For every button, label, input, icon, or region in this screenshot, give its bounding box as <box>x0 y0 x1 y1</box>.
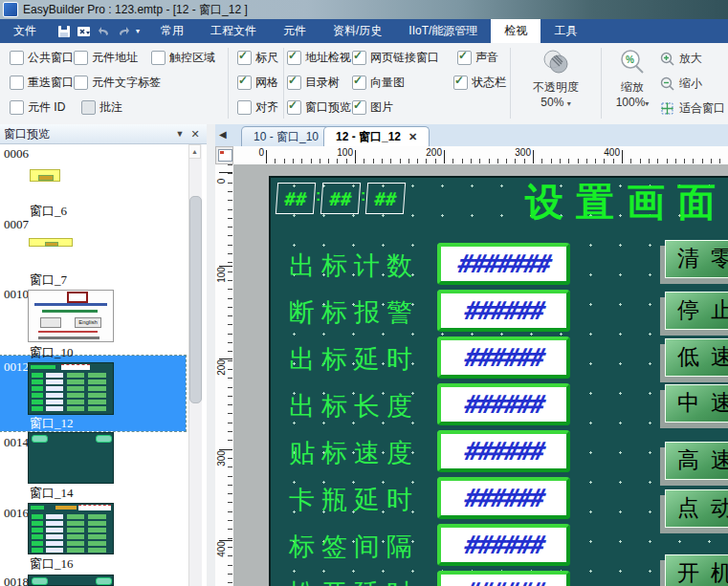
panel-splitter[interactable] <box>207 124 215 586</box>
param-field[interactable]: ###### <box>437 336 570 379</box>
menu-data-history[interactable]: 资料/历史 <box>320 19 395 43</box>
time-hour-box[interactable]: ## <box>276 183 316 214</box>
high-speed-button[interactable]: 高速 <box>665 442 728 480</box>
param-field[interactable]: ###### <box>437 524 570 566</box>
check-object-id[interactable]: 元件 ID <box>10 99 65 115</box>
check-window-preview[interactable]: 窗口预览 <box>287 99 351 115</box>
window-thumbnail[interactable] <box>28 503 114 554</box>
check-directory-tree[interactable]: 目录树 <box>287 75 340 90</box>
param-field[interactable]: ###### <box>437 383 570 425</box>
window-item-id[interactable]: 0006 <box>4 146 29 162</box>
window-item-name[interactable]: 窗口_6 <box>30 203 67 220</box>
save-icon[interactable] <box>57 25 71 38</box>
checkbox[interactable] <box>457 51 472 65</box>
undo-icon[interactable] <box>98 25 111 37</box>
param-field[interactable]: ###### <box>437 290 570 332</box>
window-thumbnail[interactable] <box>28 362 114 415</box>
check-weblink-window[interactable]: 网页链接窗口 <box>352 50 439 65</box>
stop-button[interactable]: 停止 <box>665 292 728 330</box>
window-item-name[interactable]: 窗口_10 <box>30 344 74 361</box>
checkbox[interactable] <box>237 76 252 90</box>
sidebar-scroll-thumb[interactable] <box>189 196 202 403</box>
checkbox[interactable] <box>237 100 252 115</box>
opacity-value[interactable]: 50% ▾ <box>521 96 590 109</box>
hmi-screen[interactable]: ## : ## : ## 设置画面 出标计数 ####### 断标报警 ####… <box>269 176 728 586</box>
checkbox[interactable] <box>151 51 165 65</box>
check-touch-area[interactable]: 触控区域 <box>151 50 215 65</box>
check-status-bar[interactable]: 状态栏 <box>453 75 506 90</box>
window-thumbnail[interactable] <box>28 575 114 586</box>
tab-scroll-left-icon[interactable]: ◀ <box>219 129 227 140</box>
window-item-name[interactable]: 窗口_7 <box>30 271 67 289</box>
tab-window-10[interactable]: 10 - 窗口_10 <box>241 126 331 146</box>
window-item-id[interactable]: 0012 <box>4 359 29 375</box>
panel-menu-icon[interactable]: ▼ <box>172 129 188 139</box>
param-field[interactable]: ###### <box>437 430 570 472</box>
qat-more-icon[interactable]: ▾ <box>136 27 140 35</box>
window-thumbnail[interactable]: English <box>28 290 114 342</box>
checkbox[interactable] <box>74 51 88 65</box>
check-address-view[interactable]: 地址检视 <box>287 50 351 65</box>
checkbox[interactable] <box>237 51 252 65</box>
menu-object[interactable]: 元件 <box>270 19 320 43</box>
menu-project[interactable]: 工程文件 <box>197 19 270 43</box>
mid-speed-button[interactable]: 中速 <box>665 384 728 423</box>
window-thumbnail[interactable] <box>29 238 73 247</box>
compile-download-icon[interactable] <box>77 25 92 38</box>
window-item-name[interactable]: 窗口_16 <box>30 555 74 573</box>
check-object-address[interactable]: 元件地址 <box>74 50 138 65</box>
check-overlap-window[interactable]: 重迭窗口 <box>10 75 74 90</box>
window-item-id[interactable]: 0018 <box>4 575 29 586</box>
checkbox[interactable] <box>10 100 24 115</box>
window-item-id[interactable]: 0014 <box>4 435 29 450</box>
zoom-value[interactable]: 100%▾ <box>608 96 656 109</box>
window-item-id[interactable]: 0010 <box>4 287 29 302</box>
checkbox[interactable] <box>352 76 366 90</box>
check-grid[interactable]: 网格 <box>237 75 278 90</box>
checkbox[interactable] <box>287 100 301 115</box>
redo-icon[interactable] <box>117 25 130 37</box>
zoom-out-button[interactable]: 缩小 <box>660 76 702 92</box>
checkbox[interactable] <box>287 76 301 90</box>
checkbox[interactable] <box>352 100 366 115</box>
check-sound[interactable]: 声音 <box>457 50 498 65</box>
tab-close-icon[interactable]: ✕ <box>408 131 417 143</box>
check-snap[interactable]: 对齐 <box>237 99 278 115</box>
jog-button[interactable]: 点动 <box>665 489 728 528</box>
scroll-up-icon[interactable]: ▲ <box>188 144 201 159</box>
check-object-text-label[interactable]: 元件文字标签 <box>74 75 161 90</box>
checkbox[interactable] <box>74 76 88 90</box>
menu-file[interactable]: 文件 <box>0 19 50 43</box>
checkbox[interactable] <box>81 100 96 115</box>
check-comment[interactable]: 批注 <box>81 99 122 115</box>
window-item-name[interactable]: 窗口_14 <box>30 485 74 502</box>
window-item-id[interactable]: 0016 <box>4 506 29 521</box>
low-speed-button[interactable]: 低速 <box>665 338 728 377</box>
window-thumbnail[interactable] <box>28 432 114 484</box>
checkbox[interactable] <box>10 76 24 90</box>
time-second-box[interactable]: ## <box>365 183 406 214</box>
zoom-control[interactable]: % 缩放 100%▾ <box>608 48 656 109</box>
zoom-in-button[interactable]: 放大 <box>660 51 702 67</box>
menu-iiot-energy[interactable]: IIoT/能源管理 <box>395 19 491 43</box>
check-vector-graphics[interactable]: 向量图 <box>352 75 405 90</box>
menu-home[interactable]: 常用 <box>147 19 197 43</box>
menu-view[interactable]: 检视 <box>491 19 540 43</box>
window-thumbnail[interactable] <box>30 169 60 182</box>
checkbox[interactable] <box>453 76 468 90</box>
checkbox[interactable] <box>287 51 301 65</box>
check-common-window[interactable]: 公共窗口 <box>10 50 74 65</box>
time-minute-box[interactable]: ## <box>320 183 361 214</box>
opacity-control[interactable]: 不透明度 50% ▾ <box>521 48 590 109</box>
param-field[interactable]: ###### <box>437 571 570 586</box>
check-picture[interactable]: 图片 <box>352 99 393 115</box>
menu-tool[interactable]: 工具 <box>540 19 590 43</box>
clear-button[interactable]: 清零 <box>665 240 728 278</box>
check-ruler[interactable]: 标尺 <box>237 50 278 65</box>
window-item-id[interactable]: 0007 <box>4 217 29 232</box>
checkbox[interactable] <box>10 51 24 65</box>
start-button[interactable]: 开机 <box>665 554 728 586</box>
panel-close-icon[interactable]: ✕ <box>188 128 203 141</box>
param-field[interactable]: ###### <box>437 477 570 519</box>
fit-window-button[interactable]: 适合窗口 <box>660 100 725 117</box>
